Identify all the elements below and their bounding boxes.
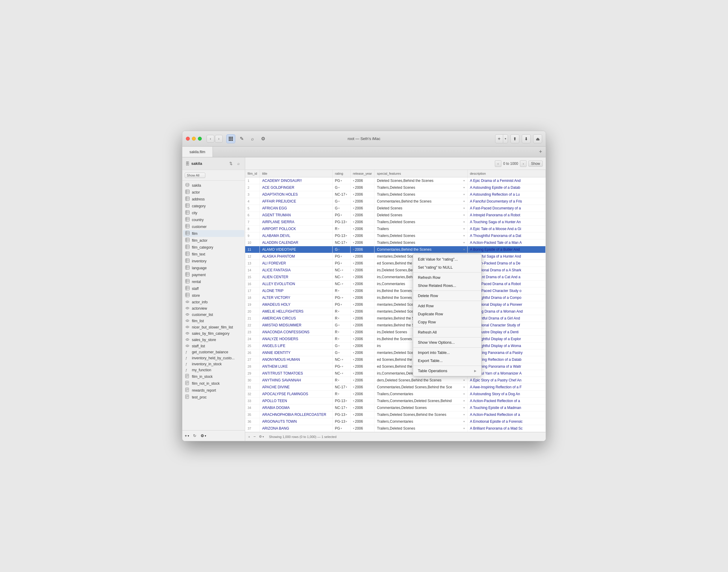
table-row[interactable]: 32APOCALYPSE FLAMINGOSR▾▾2006Trailers,Co…: [245, 391, 546, 398]
table-row[interactable]: 9ALABAMA DEVILPG-13▾▾2006Trailers,Delete…: [245, 232, 546, 239]
next-page-button[interactable]: ›: [520, 160, 527, 167]
sidebar-item-sales-by-film-category[interactable]: sales_by_film_category: [183, 330, 244, 337]
export-button[interactable]: ⬇: [522, 134, 531, 143]
sidebar-item-get-customer-balance[interactable]: ƒget_customer_balance: [183, 349, 244, 355]
table-row[interactable]: 31APACHE DIVINENC-17▾▾2006Commentaries,D…: [245, 384, 546, 391]
sidebar-item-film-in-stock[interactable]: film_in_stock: [183, 373, 244, 380]
refresh-button[interactable]: ↻: [191, 433, 199, 439]
footer-config-dropdown[interactable]: ⚙ ▾: [259, 435, 264, 439]
search-button[interactable]: ⌕: [248, 134, 257, 143]
footer-settings-dropdown[interactable]: ⚙ ▾: [201, 433, 206, 438]
sidebar-item-store[interactable]: store: [183, 292, 244, 299]
sidebar-item-my-function[interactable]: ƒmy_function: [183, 367, 244, 373]
import-button[interactable]: ⬆: [510, 134, 519, 143]
sidebar-item-payment[interactable]: payment: [183, 271, 244, 278]
sidebar-item-category[interactable]: category: [183, 203, 244, 209]
sidebar-sort-button[interactable]: ⇅: [227, 160, 234, 167]
footer-add-dropdown[interactable]: +: [248, 435, 250, 439]
sidebar-item-inventory-in-stock[interactable]: ƒinventory_in_stock: [183, 361, 244, 367]
sidebar-item-country[interactable]: country: [183, 216, 244, 223]
table-row[interactable]: 21AMERICAN CIRCUSR▾▾2006mentaries,Behind…: [245, 315, 546, 322]
sidebar-item-actor[interactable]: actor: [183, 189, 244, 196]
sidebar-item-customer[interactable]: customer: [183, 223, 244, 230]
sidebar-item-film-not-in-stock[interactable]: film_not_in_stock: [183, 380, 244, 387]
menu-item-copy-row[interactable]: Copy Row: [413, 318, 481, 326]
add-item-dropdown[interactable]: + ▾: [185, 433, 189, 438]
table-row[interactable]: 12ALASKA PHANTOMPG▾▾2006mentaries,Delete…: [245, 253, 546, 260]
sidebar-item-city[interactable]: city: [183, 209, 244, 216]
sidebar-item-staff-list[interactable]: staff_list: [183, 343, 244, 349]
table-row[interactable]: 10ALADDIN CALENDARNC-17▾▾2006Trailers,De…: [245, 239, 546, 246]
menu-item-refresh-row[interactable]: Refresh Row: [413, 273, 481, 282]
table-row[interactable]: 5AFRICAN EGGG▾▾2006Deleted Scenes▾A Fast…: [245, 205, 546, 212]
menu-item-show-view-options---[interactable]: Show View Options...: [413, 338, 481, 346]
prev-page-button[interactable]: ‹: [495, 160, 502, 167]
sidebar-item-film-category[interactable]: film_category: [183, 244, 244, 251]
table-row[interactable]: 37ARIZONA BANGPG▾▾2006Trailers,Deleted S…: [245, 425, 546, 432]
menu-item-import-into-table---[interactable]: Import into Table...: [413, 349, 481, 357]
table-row[interactable]: 30ANYTHING SAVANNAHR▾▾2006ders,Deleted S…: [245, 377, 546, 384]
forward-button[interactable]: ›: [215, 135, 223, 143]
table-row[interactable]: 13ALI FOREVERPG▾▾2006ed Scenes,Behind th…: [245, 260, 546, 267]
sidebar-item-film-actor[interactable]: film_actor: [183, 237, 244, 244]
table-row[interactable]: 28ANTHEM LUKEPG-▾▾2006ed Scenes,Behind t…: [245, 363, 546, 370]
table-row[interactable]: 24ANALYZE HOOSIERSR▾▾2006irs,Behind the …: [245, 336, 546, 343]
sidebar-item-film[interactable]: film: [183, 230, 244, 237]
sidebar-item-actor-info[interactable]: actor_info: [183, 299, 244, 305]
menu-item-table-operations[interactable]: Table Operations▶: [413, 367, 481, 375]
disconnect-button[interactable]: ⏏: [533, 134, 542, 143]
table-row[interactable]: 17ALONE TRIPR▾▾2006irs,Behind the Scenes…: [245, 287, 546, 294]
table-row[interactable]: 36ARGONAUTS TOWNPG-13▾▾2006Trailers,Comm…: [245, 418, 546, 425]
sidebar-item-inventory-held-by-custo---[interactable]: ƒinventory_held_by_custo...: [183, 355, 244, 361]
table-row[interactable]: 34ARABIA DOGMANC-17▾▾2006Commentaries,De…: [245, 405, 546, 411]
table-row[interactable]: 35ARACHNOPHOBIA ROLLERCOASTERPG-13▾▾2006…: [245, 411, 546, 418]
add-connection-dropdown[interactable]: + ▾: [495, 134, 508, 143]
col-rating[interactable]: rating: [332, 170, 350, 177]
close-button[interactable]: [186, 137, 190, 141]
menu-item-refresh-all[interactable]: Refresh All: [413, 328, 481, 336]
table-row[interactable]: 22AMISTAD MIDSUMMERG▾▾2006mentaries,Behi…: [245, 322, 546, 329]
footer-minus-button[interactable]: −: [251, 433, 258, 440]
table-row[interactable]: 33APOLLO TEENPG-13▾▾2006Trailers,Comment…: [245, 398, 546, 405]
show-all-select[interactable]: Show All: [185, 172, 205, 178]
sidebar-item-test-proc[interactable]: test_proc: [183, 394, 244, 401]
menu-item-duplicate-row[interactable]: Duplicate Row: [413, 310, 481, 318]
grid-view-button[interactable]: [226, 134, 235, 143]
sidebar-item-customer-list[interactable]: customer_list: [183, 311, 244, 318]
col-description[interactable]: description: [467, 170, 545, 177]
sidebar-item-rewards-report[interactable]: rewards_report: [183, 387, 244, 394]
sidebar-item-sales-by-store[interactable]: sales_by_store: [183, 337, 244, 343]
table-row[interactable]: 29ANTITRUST TOMATOESNC-▾▾2006irs,Comment…: [245, 370, 546, 377]
table-row[interactable]: 20AMELIE HELLFIGHTERSR▾▾2006mentaries,De…: [245, 308, 546, 315]
table-row[interactable]: 27ANONYMOUS HUMANNC-▾▾2006ed Scenes,Behi…: [245, 356, 546, 363]
col-film-id[interactable]: film_id: [245, 170, 260, 177]
pencil-button[interactable]: ✎: [237, 134, 246, 143]
table-row[interactable]: 6AGENT TRUMANPG▾▾2006Deleted Scenes▾A In…: [245, 212, 546, 219]
sidebar-item-staff[interactable]: staff: [183, 285, 244, 292]
sidebar-item-nicer-but-slower-film-list[interactable]: nicer_but_slower_film_list: [183, 324, 244, 330]
tab-sakila-film[interactable]: sakila.film: [182, 147, 213, 157]
table-row[interactable]: 15ALIEN CENTERNC-▾▾2006irs,Commentaries,…: [245, 274, 546, 281]
sidebar-item-language[interactable]: language: [183, 265, 244, 271]
table-row[interactable]: 14ALICE FANTASIANC-▾▾2006irs,Deleted Sce…: [245, 267, 546, 274]
table-row[interactable]: 2ACE GOLDFINGERG▾▾2006Trailers,Deleted S…: [245, 184, 546, 191]
maximize-button[interactable]: [198, 137, 202, 141]
sidebar-item-actorview[interactable]: actorview: [183, 305, 244, 311]
sidebar-item-address[interactable]: address: [183, 196, 244, 203]
add-tab-button[interactable]: +: [535, 147, 546, 157]
sidebar-item-film-text[interactable]: film_text: [183, 251, 244, 258]
col-special-features[interactable]: special_features: [375, 170, 467, 177]
minimize-button[interactable]: [192, 137, 196, 141]
sidebar-item-film-list[interactable]: film_list: [183, 318, 244, 324]
table-row[interactable]: 11ALAMO VIDEOTAPEG▾▾2006Commentaries,Beh…: [245, 246, 546, 253]
table-row[interactable]: 23ANACONDA CONFESSIONSR▾▾2006irs,Deleted…: [245, 329, 546, 336]
col-release-year[interactable]: release_year: [350, 170, 375, 177]
table-row[interactable]: 1ACADEMY DINOSAUR!!PG▾▾2006Deleted Scene…: [245, 177, 546, 184]
settings-button[interactable]: ⚙: [259, 134, 268, 143]
col-title[interactable]: title: [260, 170, 332, 177]
menu-item-show-related-rows---[interactable]: Show Related Rows...: [413, 282, 481, 290]
table-row[interactable]: 3ADAPTATION HOLESNC-17▾▾2006Trailers,Del…: [245, 191, 546, 198]
sidebar-item-sakila[interactable]: sakila: [183, 182, 244, 189]
menu-item-set--rating--to-null[interactable]: Set "rating" to NULL: [413, 263, 481, 271]
menu-item-export-table---[interactable]: Export Table...: [413, 357, 481, 365]
